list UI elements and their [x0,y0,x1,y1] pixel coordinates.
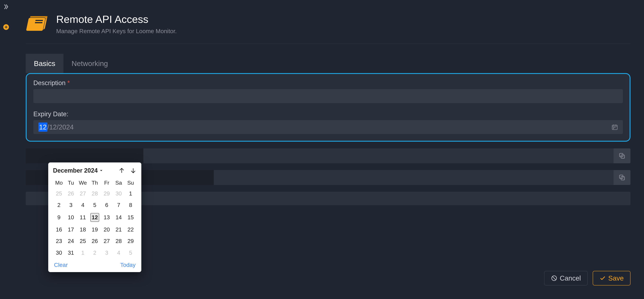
svg-rect-9 [613,128,614,129]
calendar-day[interactable]: 29 [124,236,136,247]
add-icon[interactable] [3,24,10,30]
footer-actions: Cancel Save [544,271,630,286]
calendar-day[interactable]: 21 [113,224,125,236]
calendar-day[interactable]: 28 [113,236,125,247]
save-button[interactable]: Save [593,271,630,286]
tabs: Basics Networking [26,54,630,73]
calendar-day[interactable]: 26 [65,188,77,200]
expiry-month[interactable]: 12 [49,122,57,132]
calendar-day[interactable]: 3 [101,247,113,259]
calendar-today-button[interactable]: Today [120,261,136,269]
calendar-day[interactable]: 30 [53,247,65,259]
description-input[interactable] [33,89,623,103]
calendar-day[interactable]: 24 [65,236,77,247]
calendar-weekday: Sa [113,178,125,188]
svg-rect-5 [35,22,42,23]
cancel-button[interactable]: Cancel [544,271,588,286]
calendar-day[interactable]: 9 [53,211,65,224]
calendar-weekday: Mo [53,178,65,188]
calendar-prev-icon[interactable] [118,167,125,174]
calendar-day[interactable]: 1 [77,247,89,259]
required-indicator: * [67,79,70,86]
calendar-day[interactable]: 26 [89,236,101,247]
calendar-day[interactable]: 22 [124,224,136,236]
calendar-grid: MoTuWeThFrSaSu 2526272829301234567891011… [53,178,136,259]
calendar-day[interactable]: 4 [77,199,89,211]
tab-basics[interactable]: Basics [26,54,64,73]
calendar-next-icon[interactable] [130,167,136,174]
calendar-day[interactable]: 27 [77,188,89,200]
page-subtitle: Manage Remote API Keys for Loome Monitor… [56,27,177,35]
calendar-day[interactable]: 25 [53,188,65,200]
page-title: Remote API Access [56,14,177,25]
calendar-day[interactable]: 28 [89,188,101,200]
svg-rect-3 [26,18,46,31]
calendar-icon[interactable] [611,124,618,130]
calendar-day[interactable]: 8 [124,199,136,211]
calendar-day[interactable]: 2 [53,199,65,211]
expiry-label: Expiry Date: [33,110,623,118]
calendar-day[interactable]: 15 [124,211,136,224]
calendar-weekday: Su [124,178,136,188]
page-header: Remote API Access Manage Remote API Keys… [26,14,630,44]
calendar-day[interactable]: 10 [65,211,77,224]
calendar-day[interactable]: 17 [65,224,77,236]
calendar-day[interactable]: 19 [89,224,101,236]
form-basics-pane: Description * Expiry Date: 12/12/2024 [26,73,630,142]
calendar-day[interactable]: 7 [113,199,125,211]
calendar-weekday: Th [89,178,101,188]
locked-mask-1 [26,148,143,163]
date-picker-popup: December 2024 MoTuWeThFrSaSu 25262728293… [48,162,141,272]
calendar-day[interactable]: 13 [101,211,113,224]
calendar-day[interactable]: 18 [77,224,89,236]
calendar-day[interactable]: 12 [89,211,101,224]
copy-button-2[interactable] [614,170,630,185]
calendar-weekday: We [77,178,89,188]
calendar-day[interactable]: 11 [77,211,89,224]
expiry-year[interactable]: 2024 [58,122,74,132]
calendar-weekday: Fr [101,178,113,188]
book-icon [26,14,50,32]
calendar-day[interactable]: 20 [101,224,113,236]
calendar-day[interactable]: 3 [65,199,77,211]
left-rail [0,0,12,299]
svg-rect-7 [613,127,614,128]
calendar-day[interactable]: 4 [113,247,125,259]
svg-rect-4 [35,20,43,21]
calendar-month-button[interactable]: December 2024 [53,166,104,175]
expiry-day[interactable]: 12 [38,122,48,132]
tab-networking[interactable]: Networking [64,54,116,73]
calendar-day[interactable]: 30 [113,188,125,200]
calendar-weekday: Tu [65,178,77,188]
locked-field-1 [26,148,614,163]
calendar-day[interactable]: 16 [53,224,65,236]
expiry-date-input[interactable]: 12/12/2024 [33,120,623,134]
calendar-day[interactable]: 5 [124,247,136,259]
expand-sidebar-icon[interactable] [3,4,10,10]
copy-button-1[interactable] [614,148,630,163]
calendar-day[interactable]: 14 [113,211,125,224]
calendar-day[interactable]: 6 [101,199,113,211]
calendar-day[interactable]: 23 [53,236,65,247]
svg-rect-8 [614,127,615,128]
calendar-day[interactable]: 31 [65,247,77,259]
calendar-day[interactable]: 5 [89,199,101,211]
calendar-day[interactable]: 1 [124,188,136,200]
calendar-day[interactable]: 29 [101,188,113,200]
calendar-clear-button[interactable]: Clear [54,261,68,269]
calendar-day[interactable]: 27 [101,236,113,247]
calendar-day[interactable]: 25 [77,236,89,247]
calendar-day[interactable]: 2 [89,247,101,259]
description-label: Description * [33,79,623,87]
locked-row-1 [26,148,630,163]
